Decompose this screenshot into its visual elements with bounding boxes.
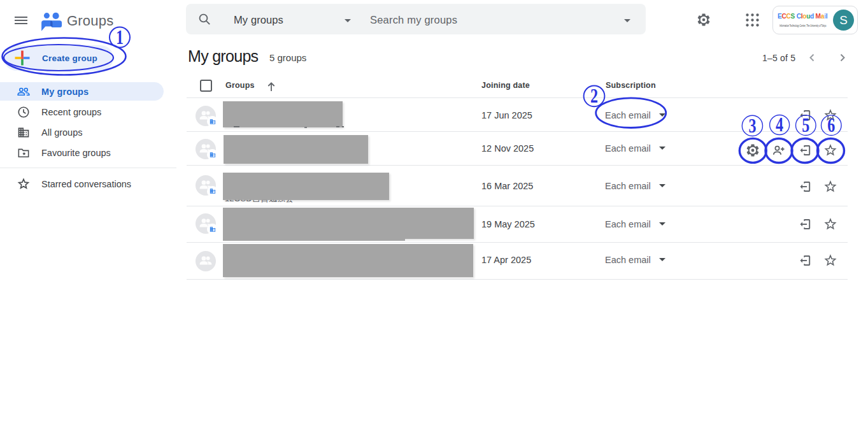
svg-text:4: 4 bbox=[776, 113, 783, 136]
svg-text:3: 3 bbox=[748, 114, 756, 136]
svg-text:2: 2 bbox=[590, 85, 598, 107]
svg-text:1: 1 bbox=[116, 26, 124, 48]
